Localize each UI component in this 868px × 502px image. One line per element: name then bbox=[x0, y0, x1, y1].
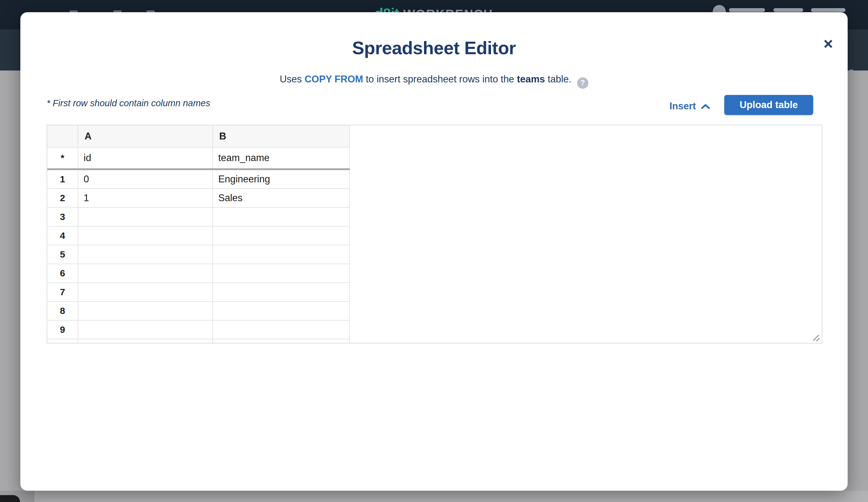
grid-resize-handle[interactable] bbox=[812, 333, 820, 342]
grid-cell[interactable] bbox=[213, 339, 350, 343]
navbar-text-clipped bbox=[773, 8, 803, 12]
help-icon[interactable]: ? bbox=[577, 77, 588, 89]
spreadsheet-editor-dialog: Spreadsheet Editor Uses COPY FROM to ins… bbox=[20, 12, 848, 491]
column-header-b[interactable]: B bbox=[213, 126, 350, 148]
table-row: 4 bbox=[47, 227, 350, 245]
row-header[interactable]: 7 bbox=[47, 283, 78, 302]
grid-cell[interactable]: 1 bbox=[78, 189, 213, 208]
grid-cell[interactable] bbox=[78, 302, 213, 321]
table-row: 8 bbox=[47, 302, 350, 321]
grid-cell[interactable] bbox=[213, 208, 350, 227]
table-row bbox=[47, 339, 350, 343]
spreadsheet-area: A B * id team_name 1 0 Engineering 2 1 S… bbox=[46, 125, 822, 343]
row-header[interactable] bbox=[47, 339, 78, 343]
column-header-row: A B bbox=[47, 126, 350, 148]
selected-cell[interactable]: Sales bbox=[213, 189, 350, 208]
page-bottom-left-panel bbox=[0, 495, 20, 502]
row-header[interactable]: 6 bbox=[47, 264, 78, 283]
grid-cell[interactable] bbox=[78, 283, 213, 302]
grid-cell[interactable] bbox=[213, 321, 350, 339]
grid-cell[interactable] bbox=[213, 227, 350, 245]
grid-cell[interactable] bbox=[213, 264, 350, 283]
table-row: 2 1 Sales bbox=[47, 189, 350, 208]
grid-cell[interactable]: id bbox=[78, 148, 213, 168]
chevron-up-icon bbox=[701, 101, 710, 112]
table-row: 5 bbox=[47, 245, 350, 264]
subtitle-text: to insert spreadsheet rows into the bbox=[363, 74, 517, 84]
row-header[interactable]: 2 bbox=[47, 189, 78, 208]
row-header[interactable]: * bbox=[47, 148, 78, 168]
grid-cell[interactable]: team_name bbox=[213, 148, 350, 168]
subtitle-text: table. bbox=[545, 74, 571, 84]
subtitle-text: Uses bbox=[280, 74, 304, 84]
grid-cell[interactable] bbox=[78, 321, 213, 339]
grid-cell[interactable] bbox=[78, 227, 213, 245]
grid-cell[interactable] bbox=[78, 208, 213, 227]
grid-cell[interactable] bbox=[213, 283, 350, 302]
row-header[interactable]: 9 bbox=[47, 321, 78, 339]
grid-cell[interactable] bbox=[213, 302, 350, 321]
row-header[interactable]: 5 bbox=[47, 245, 78, 264]
table-row: 1 0 Engineering bbox=[47, 170, 350, 189]
grid-cell[interactable] bbox=[78, 245, 213, 264]
grid-cell[interactable]: 0 bbox=[78, 170, 213, 189]
column-header-a[interactable]: A bbox=[78, 126, 213, 148]
table-row: 3 bbox=[47, 208, 350, 227]
target-table-name: teams bbox=[517, 74, 545, 84]
corner-cell[interactable] bbox=[47, 126, 78, 148]
row-header[interactable]: 8 bbox=[47, 302, 78, 321]
copy-from-link[interactable]: COPY FROM bbox=[304, 74, 363, 84]
page-bottom-band bbox=[34, 491, 868, 502]
dialog-subtitle: Uses COPY FROM to insert spreadsheet row… bbox=[20, 74, 848, 89]
row-header[interactable]: 3 bbox=[47, 208, 78, 227]
grid-cell[interactable] bbox=[213, 245, 350, 264]
navbar-text-clipped bbox=[811, 8, 846, 12]
table-row: 9 bbox=[47, 321, 350, 339]
table-row: 6 bbox=[47, 264, 350, 283]
grid-cell[interactable] bbox=[78, 264, 213, 283]
page-title: Spreadsheet Editor bbox=[20, 37, 848, 58]
first-row-note: * First row should contain column names bbox=[46, 98, 210, 108]
insert-toggle[interactable]: Insert bbox=[670, 101, 710, 112]
grid-cell[interactable]: Engineering bbox=[213, 170, 350, 189]
insert-label: Insert bbox=[670, 101, 696, 112]
upload-table-button[interactable]: Upload table bbox=[724, 95, 813, 115]
row-header[interactable]: 1 bbox=[47, 170, 78, 189]
navbar-text-clipped bbox=[729, 8, 765, 12]
spreadsheet-grid: A B * id team_name 1 0 Engineering 2 1 S… bbox=[47, 126, 350, 343]
row-header[interactable]: 4 bbox=[47, 227, 78, 245]
table-row: * id team_name bbox=[47, 148, 350, 168]
grid-cell[interactable] bbox=[78, 339, 213, 343]
table-row: 7 bbox=[47, 283, 350, 302]
